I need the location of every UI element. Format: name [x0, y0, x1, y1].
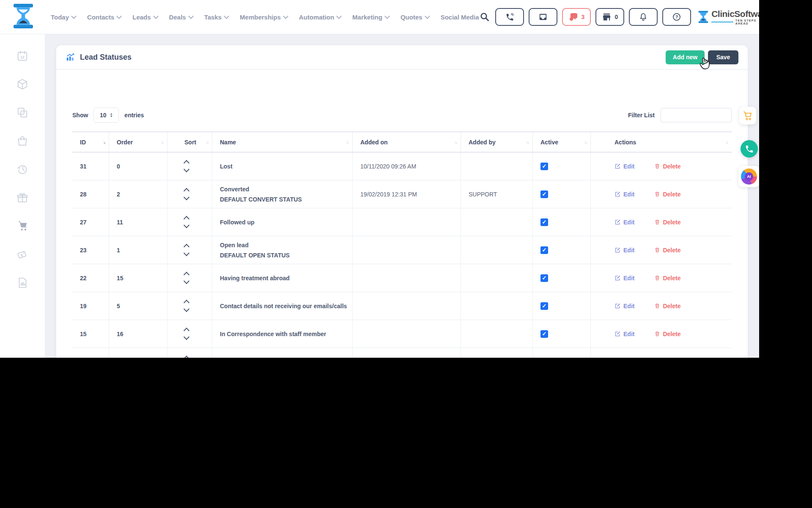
- sidebar: 12 $: [0, 34, 45, 358]
- table-header-actions[interactable]: Actions↑↓: [591, 132, 732, 152]
- floating-phone-button[interactable]: [741, 140, 758, 157]
- page-title: Lead Statuses: [80, 53, 132, 62]
- copy-icon[interactable]: [16, 106, 29, 119]
- active-checkbox[interactable]: ✓: [540, 246, 548, 254]
- price-tag-icon[interactable]: $: [16, 248, 29, 261]
- nav-item-today[interactable]: Today: [51, 14, 76, 21]
- cart-icon[interactable]: [16, 220, 29, 232]
- status-name: Open lead: [220, 240, 249, 250]
- nav-item-contacts[interactable]: Contacts: [87, 14, 121, 21]
- table-header-active[interactable]: Active↑↓: [533, 132, 591, 152]
- active-checkbox[interactable]: ✓: [540, 330, 548, 338]
- table-header-name[interactable]: Name↑↓: [212, 132, 353, 152]
- caret-up-icon[interactable]: [184, 300, 189, 306]
- active-checkbox[interactable]: ✓: [540, 190, 548, 198]
- gift-icon[interactable]: [16, 191, 29, 204]
- history-icon[interactable]: [16, 163, 29, 176]
- cell-sort: [167, 152, 212, 180]
- nav-item-deals[interactable]: Deals: [169, 14, 193, 21]
- store-button[interactable]: 0: [595, 8, 624, 26]
- nav-item-tasks[interactable]: Tasks: [204, 14, 228, 21]
- inbox-button[interactable]: [529, 8, 557, 26]
- brand-hourglass-logo[interactable]: [13, 4, 34, 30]
- caret-down-icon[interactable]: [184, 166, 189, 172]
- caret-down-icon[interactable]: [184, 306, 189, 312]
- cell-order: 2: [109, 180, 167, 208]
- nav-item-marketing[interactable]: Marketing: [352, 14, 389, 21]
- phone-button[interactable]: [495, 8, 524, 26]
- delete-link[interactable]: Delete: [654, 219, 680, 226]
- cell-actions: EditDelete: [591, 180, 732, 208]
- delete-link[interactable]: Delete: [654, 275, 680, 282]
- notifications-button[interactable]: [629, 8, 658, 26]
- package-icon[interactable]: [16, 78, 29, 91]
- edit-link[interactable]: Edit: [614, 303, 634, 309]
- edit-link[interactable]: Edit: [614, 219, 634, 226]
- nav-item-label: Automation: [299, 14, 334, 21]
- cell-order: 11: [109, 208, 167, 236]
- table-header-sort[interactable]: Sort↑↓: [167, 132, 212, 152]
- table-header-order[interactable]: Order↑↓: [109, 132, 167, 152]
- delete-link[interactable]: Delete: [654, 191, 680, 198]
- cell-sort: [167, 236, 212, 264]
- clinicsoftware-logo[interactable]: ClinicSoftware .com TEN STEPS AHEAD: [698, 9, 759, 25]
- caret-up-icon[interactable]: [184, 244, 189, 250]
- delete-link[interactable]: Delete: [654, 247, 680, 254]
- nav-item-automation[interactable]: Automation: [299, 14, 341, 21]
- floating-ai-button[interactable]: AI: [738, 166, 759, 187]
- active-checkbox[interactable]: ✓: [540, 218, 548, 226]
- chat-count-badge: 3: [581, 14, 584, 20]
- caret-up-icon[interactable]: [184, 328, 189, 334]
- cell-active: ✓: [533, 180, 591, 208]
- edit-link[interactable]: Edit: [614, 247, 634, 254]
- delete-link[interactable]: Delete: [654, 303, 680, 309]
- edit-link[interactable]: Edit: [614, 331, 634, 337]
- save-button[interactable]: Save: [708, 50, 738, 64]
- cell-name: Having treatment abroad: [212, 264, 353, 292]
- caret-up-icon[interactable]: [184, 188, 189, 194]
- entries-select[interactable]: 10 ▲▼: [93, 108, 119, 123]
- caret-down-icon[interactable]: [184, 250, 189, 256]
- caret-down-icon[interactable]: [184, 334, 189, 340]
- caret-down-icon[interactable]: [184, 278, 189, 284]
- cell-added-on: [353, 348, 461, 358]
- search-icon[interactable]: [479, 11, 491, 23]
- shopping-bag-icon[interactable]: [16, 135, 29, 147]
- floating-cart-button[interactable]: [739, 107, 756, 124]
- caret-up-icon[interactable]: [184, 356, 189, 358]
- active-checkbox[interactable]: ✓: [540, 302, 548, 310]
- sort-carets: [184, 356, 189, 358]
- delete-link[interactable]: Delete: [654, 163, 680, 170]
- delete-label: Delete: [663, 247, 680, 254]
- report-icon[interactable]: [16, 276, 29, 289]
- add-new-button[interactable]: Add new: [666, 50, 705, 64]
- table-header-added-by[interactable]: Added by↑↓: [461, 132, 533, 152]
- edit-link[interactable]: Edit: [614, 163, 634, 170]
- active-checkbox[interactable]: ✓: [540, 163, 548, 170]
- cell-name: In Correspondence with staff member: [212, 320, 353, 348]
- nav-item-leads[interactable]: Leads: [132, 14, 157, 21]
- filter-list-input[interactable]: [661, 108, 732, 122]
- nav-item-social-media[interactable]: Social Media: [441, 14, 479, 21]
- chat-button[interactable]: 3: [562, 8, 591, 26]
- cell-name: Lost: [212, 152, 353, 180]
- help-button[interactable]: ?: [662, 8, 691, 26]
- edit-link[interactable]: Edit: [614, 275, 634, 282]
- nav-item-memberships[interactable]: Memberships: [240, 14, 288, 21]
- caret-down-icon[interactable]: [184, 222, 189, 228]
- nav-item-label: Memberships: [240, 14, 281, 21]
- edit-link[interactable]: Edit: [614, 191, 634, 198]
- delete-link[interactable]: Delete: [654, 331, 680, 337]
- caret-up-icon[interactable]: [184, 216, 189, 222]
- caret-up-icon[interactable]: [184, 272, 189, 278]
- active-checkbox[interactable]: ✓: [540, 274, 548, 282]
- lead-statuses-table: ID↑↓Order↑↓Sort↑↓Name↑↓Added on↑↓Added b…: [72, 132, 732, 358]
- table-header-id[interactable]: ID↑↓: [72, 132, 109, 152]
- caret-up-icon[interactable]: [184, 160, 189, 166]
- caret-down-icon[interactable]: [184, 194, 189, 200]
- calendar-icon[interactable]: 12: [16, 50, 29, 62]
- cell-added-on: [353, 320, 461, 348]
- cell-active: ✓: [533, 292, 591, 320]
- nav-item-quotes[interactable]: Quotes: [401, 14, 429, 21]
- table-header-added-on[interactable]: Added on↑↓: [353, 132, 461, 152]
